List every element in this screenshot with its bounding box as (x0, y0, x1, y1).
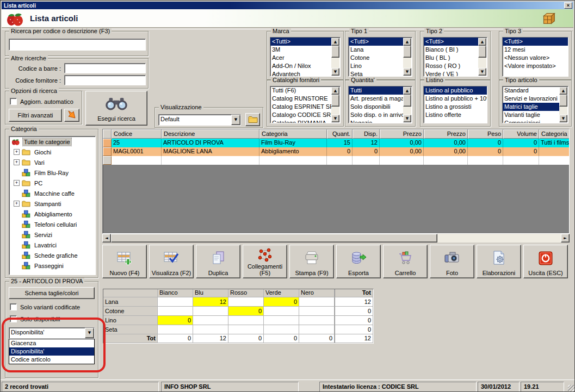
listbox-tipo-3[interactable]: <Tutti>12 mesi<Nessun valore><Valore imp… (502, 37, 568, 77)
list-item[interactable]: Negozio (349, 119, 403, 123)
column-header-disp-5[interactable]: Disp. (353, 129, 380, 139)
matrix-cell[interactable]: 0 (335, 307, 373, 316)
listbox-tipo-2[interactable]: <Tutti>Bianco ( BI )Blu ( BL )Rosso ( RO… (423, 37, 487, 77)
matrix-cell[interactable]: 12 (335, 297, 373, 307)
matrix-cell[interactable] (158, 325, 193, 334)
tree-item-tutte-le-categorie[interactable]: Tutte le categorie (9, 136, 95, 147)
toolbar-button-foto[interactable]: Foto (430, 245, 474, 278)
vertical-scrollbar[interactable]: ▲▼ (331, 38, 339, 76)
variant-matrix-table[interactable]: BiancoBluRossoVerdeNeroTotLana12012Coton… (103, 289, 374, 344)
matrix-cell[interactable]: 0 (335, 316, 373, 325)
scrollbar-thumb[interactable] (331, 95, 339, 107)
list-item[interactable]: <Tutti> (270, 38, 331, 46)
scroll-up-icon[interactable]: ▲ (403, 38, 411, 46)
scroll-down-icon[interactable]: ▼ (331, 115, 339, 122)
scroll-up-icon[interactable]: ▲ (331, 38, 339, 46)
only-coded-variants-checkbox[interactable] (10, 303, 17, 310)
scrollbar-thumb[interactable] (111, 234, 437, 242)
scrollbar-thumb[interactable] (403, 46, 411, 58)
list-item[interactable]: Listino al pubblico (424, 86, 487, 95)
matrix-cell[interactable] (228, 316, 264, 325)
list-item[interactable]: Catalogo CODICE SRL (270, 111, 331, 119)
column-header-categoria-3[interactable]: Categoria (259, 129, 327, 139)
column-header-categoria-10[interactable]: Categoria (539, 129, 570, 139)
matrix-cell[interactable] (299, 325, 335, 334)
tree-item-giochi[interactable]: +Giochi (9, 147, 95, 157)
tree-item-abbigliamento[interactable]: Abbigliamento (9, 209, 95, 219)
list-item[interactable]: Verde ( VE ) (424, 70, 478, 77)
combo-option-codice-articolo[interactable]: Codice articolo (9, 356, 94, 364)
horizontal-scrollbar[interactable]: ◄ ► (102, 234, 570, 242)
list-item[interactable]: Solo disp. o in arrivo (349, 111, 403, 119)
list-item[interactable]: Blu ( BL ) (424, 54, 478, 62)
list-item[interactable]: Cotone (349, 54, 403, 62)
tree-item-pc[interactable]: +PC (9, 178, 95, 188)
execute-search-button[interactable]: Esegui ricerca (85, 91, 147, 126)
chevron-down-icon[interactable]: ▼ (85, 328, 94, 338)
view-mode-dropdown-list[interactable]: GiacenzaDisponibilita'Codice articolo (9, 339, 95, 364)
matrix-cell[interactable] (264, 316, 299, 325)
vertical-scrollbar[interactable]: ▲▼ (331, 87, 339, 122)
matrix-cell[interactable] (193, 325, 228, 334)
list-item[interactable]: Catalog ESPRINET SP. (270, 103, 331, 111)
visualization-combobox[interactable]: Default ▼ (158, 114, 241, 126)
toolbar-button-collegamenti-f5[interactable]: Collegamenti (F5) (243, 245, 287, 278)
column-header-quant-4[interactable]: Quant. (327, 129, 353, 139)
toolbar-button-esporta[interactable]: Esporta (336, 245, 381, 278)
tree-item-lavatrici[interactable]: Lavatrici (9, 240, 95, 250)
tree-item-passeggini[interactable]: Passeggini (9, 260, 95, 271)
scrollbar-thumb[interactable] (559, 95, 567, 107)
column-header-volume-9[interactable]: Volume (503, 129, 539, 139)
list-item[interactable]: 3M (270, 46, 331, 54)
vertical-scrollbar[interactable]: ▲▼ (559, 87, 567, 122)
toolbar-button-visualizza-f2[interactable]: Visualizza (F2) (149, 245, 194, 278)
matrix-cell[interactable] (264, 325, 299, 334)
matrix-cell[interactable] (264, 307, 299, 316)
close-icon[interactable]: × (564, 2, 572, 9)
matrix-cell[interactable] (158, 307, 193, 316)
column-header-selector[interactable] (103, 129, 112, 139)
search-input[interactable] (9, 39, 146, 51)
list-item[interactable]: Matrici taglie (503, 103, 559, 111)
listbox-tipo-articolo[interactable]: StandardServizi e lavorazioniMatrici tag… (502, 86, 568, 123)
list-item[interactable]: Listino a grossisti (424, 103, 487, 111)
resize-grip[interactable] (568, 385, 575, 392)
matrix-cell[interactable] (193, 307, 228, 316)
view-mode-combobox[interactable]: Disponibilita' ▼ (9, 327, 95, 339)
scroll-up-icon[interactable]: ▲ (403, 87, 411, 95)
combo-option-giacenza[interactable]: Giacenza (9, 339, 94, 347)
table-row[interactable]: MAGL0001MAGLIONE LANAAbbigliamento000,00… (103, 147, 569, 156)
toolbar-button-stampa-f9[interactable]: Stampa (F9) (289, 245, 334, 278)
column-header-peso-8[interactable]: Peso (468, 129, 503, 139)
supplier-code-input[interactable] (64, 75, 146, 85)
list-item[interactable]: Listino al pubblico + 10% (424, 95, 487, 103)
matrix-cell[interactable]: 0 (228, 307, 264, 316)
combo-option-disponibilita[interactable]: Disponibilita' (9, 347, 94, 356)
list-item[interactable]: <Nessun valore> (503, 54, 568, 62)
advanced-filters-arrow-button[interactable] (64, 109, 79, 122)
scroll-up-icon[interactable]: ▲ (559, 87, 567, 95)
tree-item-macchine-caffe[interactable]: Macchine caffe (9, 188, 95, 198)
tree-item-schede-grafiche[interactable]: Schede grafiche (9, 250, 95, 260)
list-item[interactable]: Rosso ( RO ) (424, 62, 478, 70)
listbox-cataloghi-fornitori[interactable]: Tutti (F6)Catalog RUNSTORECatalog ESPRIN… (270, 86, 341, 123)
row-selector[interactable] (103, 147, 112, 156)
matrix-cell[interactable]: 12 (193, 297, 228, 307)
tree-item-vari[interactable]: +Vari (9, 157, 95, 167)
toolbar-button-duplica[interactable]: Duplica (196, 245, 240, 278)
category-tree[interactable]: Tutte le categorie+Giochi+VariFilm Blu-R… (9, 136, 96, 275)
column-header-descrizione-2[interactable]: Descrizione (162, 129, 259, 139)
vertical-scrollbar[interactable]: ▲▼ (403, 38, 411, 76)
only-available-checkbox[interactable] (10, 315, 17, 322)
scrollbar-thumb[interactable] (403, 95, 411, 107)
list-item[interactable]: Standard (503, 86, 559, 95)
toolbar-button-carrello[interactable]: Carrello (383, 245, 428, 278)
table-row[interactable]: 25ARTICOLO DI PROVAFilm Blu-Ray15120,000… (103, 139, 569, 147)
scroll-right-icon[interactable]: ► (561, 234, 570, 242)
results-table[interactable]: CodiceDescrizioneCategoriaQuant.Disp.Pre… (102, 129, 570, 234)
list-item[interactable]: Bianco ( BI ) (424, 46, 478, 54)
window-titlebar[interactable]: Lista articoli × (2, 2, 573, 9)
list-item[interactable]: Advantech (270, 70, 331, 77)
expand-plus-icon[interactable]: + (14, 149, 20, 155)
matrix-cell[interactable] (299, 297, 335, 307)
